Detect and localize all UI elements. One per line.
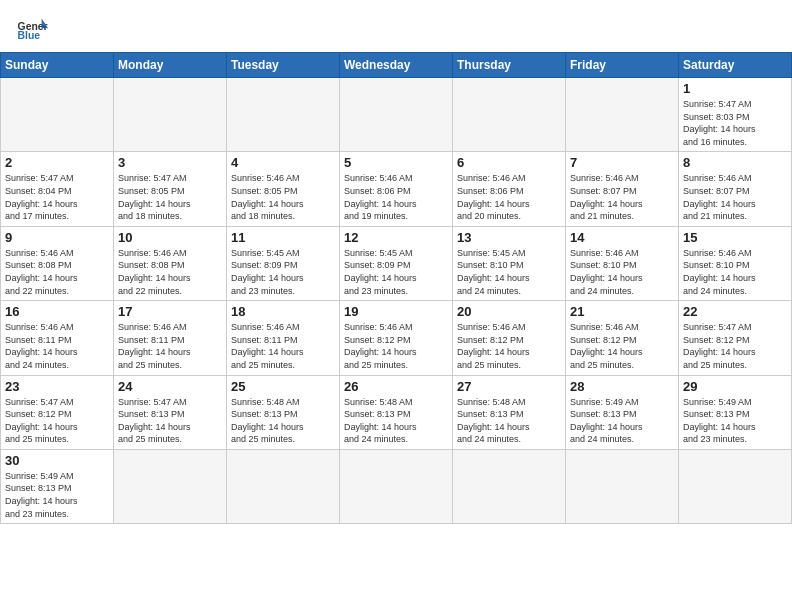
day-number: 26 <box>344 379 448 394</box>
day-number: 14 <box>570 230 674 245</box>
day-info: Sunrise: 5:48 AM Sunset: 8:13 PM Dayligh… <box>231 396 335 446</box>
day-info: Sunrise: 5:47 AM Sunset: 8:12 PM Dayligh… <box>683 321 787 371</box>
day-info: Sunrise: 5:46 AM Sunset: 8:11 PM Dayligh… <box>5 321 109 371</box>
day-number: 7 <box>570 155 674 170</box>
calendar-cell <box>1 78 114 152</box>
calendar-cell <box>114 449 227 523</box>
day-number: 1 <box>683 81 787 96</box>
calendar-cell: 26Sunrise: 5:48 AM Sunset: 8:13 PM Dayli… <box>340 375 453 449</box>
day-number: 23 <box>5 379 109 394</box>
calendar-table: SundayMondayTuesdayWednesdayThursdayFrid… <box>0 52 792 524</box>
day-info: Sunrise: 5:46 AM Sunset: 8:07 PM Dayligh… <box>683 172 787 222</box>
svg-text:Blue: Blue <box>18 30 41 41</box>
calendar-cell: 6Sunrise: 5:46 AM Sunset: 8:06 PM Daylig… <box>453 152 566 226</box>
weekday-header-row: SundayMondayTuesdayWednesdayThursdayFrid… <box>1 53 792 78</box>
day-info: Sunrise: 5:45 AM Sunset: 8:09 PM Dayligh… <box>344 247 448 297</box>
calendar-cell: 4Sunrise: 5:46 AM Sunset: 8:05 PM Daylig… <box>227 152 340 226</box>
day-info: Sunrise: 5:46 AM Sunset: 8:08 PM Dayligh… <box>118 247 222 297</box>
weekday-header-friday: Friday <box>566 53 679 78</box>
day-info: Sunrise: 5:47 AM Sunset: 8:04 PM Dayligh… <box>5 172 109 222</box>
day-number: 25 <box>231 379 335 394</box>
day-number: 10 <box>118 230 222 245</box>
calendar-cell <box>340 449 453 523</box>
day-number: 16 <box>5 304 109 319</box>
day-info: Sunrise: 5:46 AM Sunset: 8:08 PM Dayligh… <box>5 247 109 297</box>
day-info: Sunrise: 5:48 AM Sunset: 8:13 PM Dayligh… <box>457 396 561 446</box>
weekday-header-wednesday: Wednesday <box>340 53 453 78</box>
calendar-cell <box>679 449 792 523</box>
day-number: 6 <box>457 155 561 170</box>
day-info: Sunrise: 5:45 AM Sunset: 8:09 PM Dayligh… <box>231 247 335 297</box>
page-header: General Blue <box>0 0 792 52</box>
calendar-cell: 10Sunrise: 5:46 AM Sunset: 8:08 PM Dayli… <box>114 226 227 300</box>
day-info: Sunrise: 5:46 AM Sunset: 8:10 PM Dayligh… <box>570 247 674 297</box>
calendar-cell <box>114 78 227 152</box>
calendar-cell: 28Sunrise: 5:49 AM Sunset: 8:13 PM Dayli… <box>566 375 679 449</box>
day-info: Sunrise: 5:47 AM Sunset: 8:13 PM Dayligh… <box>118 396 222 446</box>
calendar-week-row: 1Sunrise: 5:47 AM Sunset: 8:03 PM Daylig… <box>1 78 792 152</box>
day-info: Sunrise: 5:49 AM Sunset: 8:13 PM Dayligh… <box>683 396 787 446</box>
day-info: Sunrise: 5:46 AM Sunset: 8:06 PM Dayligh… <box>344 172 448 222</box>
day-number: 4 <box>231 155 335 170</box>
day-number: 15 <box>683 230 787 245</box>
day-number: 21 <box>570 304 674 319</box>
day-number: 22 <box>683 304 787 319</box>
day-info: Sunrise: 5:46 AM Sunset: 8:12 PM Dayligh… <box>344 321 448 371</box>
calendar-cell: 30Sunrise: 5:49 AM Sunset: 8:13 PM Dayli… <box>1 449 114 523</box>
day-info: Sunrise: 5:46 AM Sunset: 8:07 PM Dayligh… <box>570 172 674 222</box>
calendar-cell: 1Sunrise: 5:47 AM Sunset: 8:03 PM Daylig… <box>679 78 792 152</box>
calendar-cell: 19Sunrise: 5:46 AM Sunset: 8:12 PM Dayli… <box>340 301 453 375</box>
day-number: 5 <box>344 155 448 170</box>
logo: General Blue <box>16 12 48 44</box>
calendar-cell: 14Sunrise: 5:46 AM Sunset: 8:10 PM Dayli… <box>566 226 679 300</box>
day-info: Sunrise: 5:46 AM Sunset: 8:11 PM Dayligh… <box>231 321 335 371</box>
calendar-cell: 24Sunrise: 5:47 AM Sunset: 8:13 PM Dayli… <box>114 375 227 449</box>
calendar-cell <box>340 78 453 152</box>
day-info: Sunrise: 5:47 AM Sunset: 8:03 PM Dayligh… <box>683 98 787 148</box>
calendar-cell: 23Sunrise: 5:47 AM Sunset: 8:12 PM Dayli… <box>1 375 114 449</box>
calendar-week-row: 16Sunrise: 5:46 AM Sunset: 8:11 PM Dayli… <box>1 301 792 375</box>
day-info: Sunrise: 5:47 AM Sunset: 8:12 PM Dayligh… <box>5 396 109 446</box>
calendar-cell: 12Sunrise: 5:45 AM Sunset: 8:09 PM Dayli… <box>340 226 453 300</box>
calendar-cell: 25Sunrise: 5:48 AM Sunset: 8:13 PM Dayli… <box>227 375 340 449</box>
calendar-week-row: 23Sunrise: 5:47 AM Sunset: 8:12 PM Dayli… <box>1 375 792 449</box>
calendar-cell <box>453 449 566 523</box>
day-info: Sunrise: 5:46 AM Sunset: 8:05 PM Dayligh… <box>231 172 335 222</box>
day-number: 28 <box>570 379 674 394</box>
day-info: Sunrise: 5:49 AM Sunset: 8:13 PM Dayligh… <box>570 396 674 446</box>
calendar-cell: 9Sunrise: 5:46 AM Sunset: 8:08 PM Daylig… <box>1 226 114 300</box>
weekday-header-sunday: Sunday <box>1 53 114 78</box>
day-number: 24 <box>118 379 222 394</box>
weekday-header-thursday: Thursday <box>453 53 566 78</box>
day-info: Sunrise: 5:47 AM Sunset: 8:05 PM Dayligh… <box>118 172 222 222</box>
day-number: 29 <box>683 379 787 394</box>
day-info: Sunrise: 5:46 AM Sunset: 8:11 PM Dayligh… <box>118 321 222 371</box>
day-number: 12 <box>344 230 448 245</box>
calendar-cell: 17Sunrise: 5:46 AM Sunset: 8:11 PM Dayli… <box>114 301 227 375</box>
calendar-week-row: 9Sunrise: 5:46 AM Sunset: 8:08 PM Daylig… <box>1 226 792 300</box>
day-number: 17 <box>118 304 222 319</box>
calendar-cell: 5Sunrise: 5:46 AM Sunset: 8:06 PM Daylig… <box>340 152 453 226</box>
day-number: 9 <box>5 230 109 245</box>
day-number: 13 <box>457 230 561 245</box>
weekday-header-monday: Monday <box>114 53 227 78</box>
day-number: 2 <box>5 155 109 170</box>
calendar-cell <box>227 78 340 152</box>
day-number: 11 <box>231 230 335 245</box>
day-info: Sunrise: 5:46 AM Sunset: 8:12 PM Dayligh… <box>457 321 561 371</box>
calendar-cell <box>566 449 679 523</box>
calendar-cell: 18Sunrise: 5:46 AM Sunset: 8:11 PM Dayli… <box>227 301 340 375</box>
calendar-cell: 11Sunrise: 5:45 AM Sunset: 8:09 PM Dayli… <box>227 226 340 300</box>
day-info: Sunrise: 5:45 AM Sunset: 8:10 PM Dayligh… <box>457 247 561 297</box>
day-info: Sunrise: 5:48 AM Sunset: 8:13 PM Dayligh… <box>344 396 448 446</box>
day-number: 20 <box>457 304 561 319</box>
calendar-cell: 16Sunrise: 5:46 AM Sunset: 8:11 PM Dayli… <box>1 301 114 375</box>
calendar-cell <box>566 78 679 152</box>
calendar-cell <box>453 78 566 152</box>
day-number: 30 <box>5 453 109 468</box>
calendar-cell: 7Sunrise: 5:46 AM Sunset: 8:07 PM Daylig… <box>566 152 679 226</box>
weekday-header-tuesday: Tuesday <box>227 53 340 78</box>
calendar-cell: 27Sunrise: 5:48 AM Sunset: 8:13 PM Dayli… <box>453 375 566 449</box>
calendar-cell: 2Sunrise: 5:47 AM Sunset: 8:04 PM Daylig… <box>1 152 114 226</box>
calendar-cell: 21Sunrise: 5:46 AM Sunset: 8:12 PM Dayli… <box>566 301 679 375</box>
